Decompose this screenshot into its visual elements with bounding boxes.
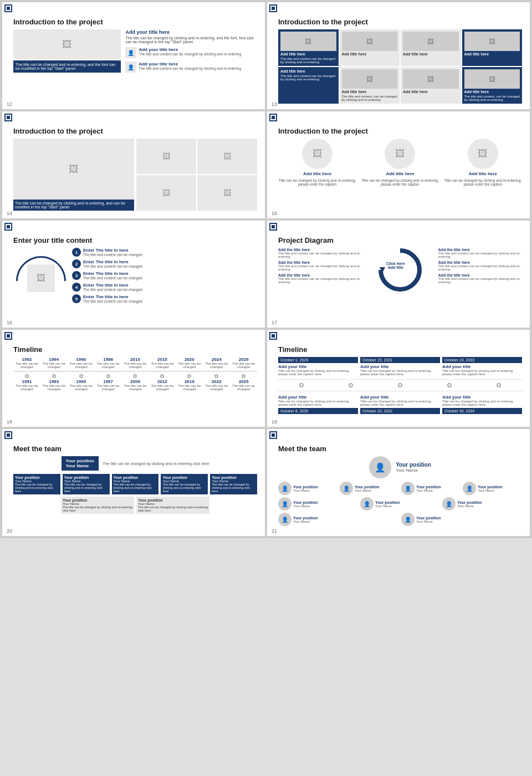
- slide-21-member2-pos-1[interactable]: Your position: [375, 501, 400, 504]
- slide-19: Business plan Timeline October 1, 2029 A…: [267, 330, 530, 427]
- slide-13-cell-title-6[interactable]: Add title here: [403, 90, 459, 94]
- slide-17-right-item-1: Add the title here The title and content…: [438, 261, 522, 271]
- slide-19-date-0[interactable]: October 1, 2029: [278, 357, 358, 363]
- slide-18-dot-6: [187, 374, 191, 378]
- slide-19-date-2[interactable]: October 23, 2033: [442, 357, 522, 363]
- slide-21-member3-pos-1[interactable]: Your position: [416, 516, 441, 520]
- slide-20-member2-pos-0[interactable]: Your position: [63, 498, 132, 502]
- slide-18-year-text-6: The title can be changed: [176, 362, 203, 369]
- slide-16-item-title-4[interactable]: Enter The title in here: [83, 294, 142, 299]
- slide-12-sub-title-1[interactable]: Add your title here: [139, 47, 241, 52]
- slide-17-left-title-2[interactable]: Add the title here: [278, 273, 362, 277]
- slide-19-top-title-2[interactable]: Add your title: [442, 364, 522, 369]
- slide-21-member2-pos-2[interactable]: Your position: [457, 501, 482, 504]
- slide-16-item-title-3[interactable]: Enter The title in here: [83, 283, 142, 288]
- slide-12-sub-title-2[interactable]: Add your title here: [139, 62, 241, 67]
- slide-21-member3-pos-0[interactable]: Your position: [293, 516, 318, 520]
- slide-21-member2-pos-0[interactable]: Your position: [293, 501, 318, 504]
- slide-18-year-text-5: The title can be changed: [149, 362, 176, 369]
- slide-15-item-title-2[interactable]: Add title here: [469, 171, 497, 176]
- slide-17-center-text[interactable]: Click here Add title: [386, 262, 405, 269]
- slide-19-bot-title-1[interactable]: Add your title: [360, 395, 440, 400]
- slide-20-member-pos-1[interactable]: Your position: [64, 476, 108, 479]
- slide-21-member2-name-2: Your Name: [457, 504, 482, 508]
- slide-17-right-desc-2: The title and content can be changed by …: [438, 277, 522, 284]
- slide-19-line-2: [278, 391, 522, 391]
- slide-17: Business plan Project Diagram Add the ti…: [267, 221, 530, 328]
- slide-14-small-2: 🖼: [197, 139, 257, 174]
- slide-19-top-title-1[interactable]: Add your title: [360, 364, 440, 369]
- slide-16-img: 🖼: [27, 264, 55, 292]
- slide-21-member3-1: 👤 Your position Your Name: [401, 513, 522, 526]
- slide-number-17: 17: [272, 320, 277, 325]
- slide-13-cell-title-4[interactable]: Add title here: [280, 69, 336, 73]
- slide-21-row3: 👤 Your position Your Name 👤 Your positio…: [278, 513, 522, 526]
- slide-20-member-pos-0[interactable]: Your position: [15, 476, 59, 479]
- slide-19-top-item-1: October 15, 2031 Add your title Title ca…: [360, 357, 440, 376]
- slide-20-top-badge[interactable]: Your position Your Name: [62, 456, 99, 471]
- slide-13-cell-title-3[interactable]: Add title here: [464, 52, 520, 56]
- slide-logo-20: [4, 431, 12, 439]
- slide-15-item-title-1[interactable]: Add title here: [386, 171, 414, 176]
- slide-13-cell-3: 🖼 Add title here: [462, 29, 523, 66]
- slide-14-caption[interactable]: The title can be changed by clicking and…: [13, 200, 134, 211]
- slide-13-cell-title-2[interactable]: Add title here: [403, 52, 459, 56]
- slide-20-top: Your position Your Name The title can be…: [13, 456, 257, 471]
- slide-18-timeline: 1992 The title can be changed 1994 The t…: [13, 357, 257, 391]
- slide-13-cell-0: 🖼 Add title here The title and content c…: [278, 29, 339, 66]
- slide-18-year-label-3: 1998: [95, 357, 122, 362]
- slide-16-item-title-2[interactable]: Enter The title in here: [83, 271, 142, 276]
- slide-16-item-desc-1: The title and content can be changed: [83, 264, 142, 268]
- slide-20-member-pos-4[interactable]: Your position: [212, 476, 255, 479]
- slide-17-left-title-0[interactable]: Add the title here: [278, 248, 362, 252]
- slide-18-line: [13, 371, 257, 372]
- slide-17-right-title-2[interactable]: Add the title here: [438, 273, 522, 277]
- slide-17-left-title-1[interactable]: Add the title here: [278, 261, 362, 264]
- slide-21-avatar3-0: 👤: [278, 513, 291, 526]
- slide-19-bot-title-0[interactable]: Add your title: [278, 395, 358, 400]
- slide-17-right-desc-0: The title and content can be changed by …: [438, 252, 522, 258]
- slide-16-item-title-1[interactable]: Enter The title in here: [83, 259, 142, 264]
- slide-13-cell-text-4: The title and content can be changed by …: [280, 74, 336, 81]
- slide-21-row1: 👤 Your position Your Name 👤 Your positio…: [278, 482, 522, 495]
- slide-18-year-label-6: 2020: [176, 357, 203, 362]
- slide-19-date-1[interactable]: October 15, 2031: [360, 357, 440, 363]
- slide-20-member-pos-3[interactable]: Your position: [162, 476, 206, 479]
- slide-12-main-title[interactable]: Add your title here: [125, 29, 257, 35]
- slide-12-sub-text-2: Add your title here The title and conten…: [139, 62, 241, 70]
- slide-logo-12: [4, 4, 12, 12]
- slide-19-bot-date-1[interactable]: October 20, 2032: [360, 408, 440, 414]
- slide-19-title: Timeline: [278, 345, 522, 354]
- slide-13-cell-title-0[interactable]: Add title here: [280, 52, 336, 56]
- slide-21-member-text-2: Your position Your Name: [416, 485, 441, 492]
- slide-18-year-label-7: 2024: [203, 357, 230, 362]
- slide-13-cell-title-5[interactable]: Add title here: [342, 90, 398, 94]
- slide-20-member-pos-2[interactable]: Your position: [114, 476, 157, 479]
- slide-15-item-title-0[interactable]: Add title here: [303, 171, 331, 176]
- slide-21-top-position[interactable]: Your position: [396, 462, 431, 468]
- slide-21-member-pos-0[interactable]: Your position: [293, 485, 318, 489]
- slide-17-right-title-0[interactable]: Add the title here: [438, 248, 522, 252]
- slide-17-right-desc-1: The title and content can be changed by …: [438, 264, 522, 271]
- slide-logo-15: [269, 114, 277, 121]
- slide-12-caption[interactable]: The title can be changed and re-entering…: [13, 60, 121, 73]
- slide-19-line: [278, 379, 522, 380]
- slide-16-text-2: Enter The title in here The title and co…: [83, 271, 142, 280]
- slide-13-cell-title-1[interactable]: Add title here: [342, 52, 398, 56]
- slide-21-member-pos-2[interactable]: Your position: [416, 485, 441, 489]
- slide-21-member-pos-1[interactable]: Your position: [355, 485, 380, 489]
- slide-19-top-title-0[interactable]: Add your title: [278, 364, 358, 369]
- slide-20-top-name: Your Name: [66, 463, 94, 468]
- slide-21-member-pos-3[interactable]: Your position: [478, 485, 503, 489]
- slide-19-bot-date-2[interactable]: October 30, 2034: [442, 408, 522, 414]
- slide-16-item-1: 2 Enter The title in here The title and …: [72, 259, 257, 268]
- slide-19-bot-item-0: Add your title Title can be changed by c…: [278, 395, 358, 415]
- slide-13-cell-title-7[interactable]: Add title here: [464, 90, 520, 94]
- slide-17-right-title-1[interactable]: Add the title here: [438, 261, 522, 264]
- slide-21-member-text3-0: Your position Your Name: [293, 516, 318, 523]
- slide-19-bot-title-2[interactable]: Add your title: [442, 395, 522, 400]
- slide-18-year-label-4: 2010: [122, 357, 149, 362]
- slide-19-bot-date-0[interactable]: October 8, 2030: [278, 408, 358, 414]
- slide-20-member2-pos-1[interactable]: Your position: [138, 498, 208, 502]
- slide-16-item-title-0[interactable]: Enter The title in here: [83, 248, 142, 253]
